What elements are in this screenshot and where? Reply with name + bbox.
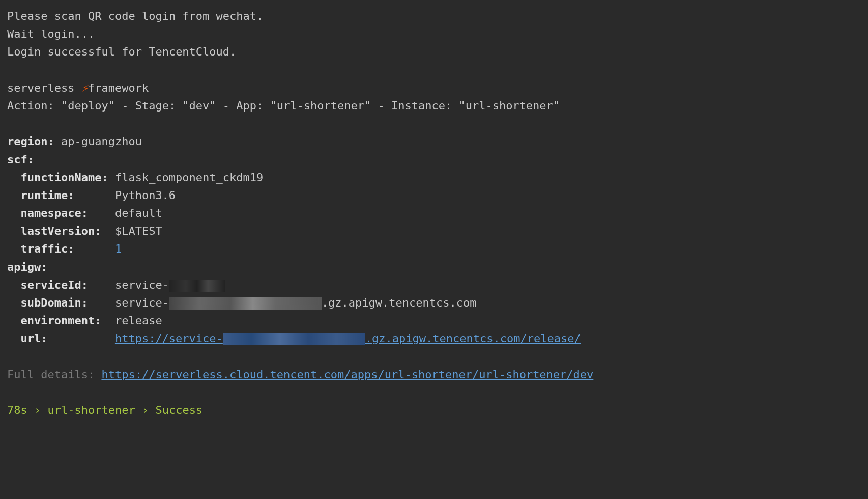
full-details-label: Full details: [7, 368, 101, 381]
region-key: region: [7, 135, 54, 148]
subdomain-prefix: service- [115, 296, 169, 309]
runtime-value: Python3.6 [115, 189, 176, 202]
status-result: Success [155, 404, 202, 417]
status-app: url-shortener [48, 404, 135, 417]
functionname-value: flask_component_ckdm19 [115, 171, 263, 184]
lastversion-value: $LATEST [115, 225, 162, 237]
login-line-3: Login successful for TencentCloud. [7, 45, 236, 58]
serviceid-prefix: service- [115, 279, 169, 291]
login-line-2: Wait login... [7, 27, 95, 40]
full-details-link[interactable]: https://serverless.cloud.tencent.com/app… [101, 368, 593, 381]
redacted-subdomain [169, 297, 322, 310]
status-line: 78s › url-shortener › Success [7, 404, 202, 417]
environment-value: release [115, 314, 162, 327]
redacted-url [223, 333, 365, 345]
scf-key: scf: [7, 153, 34, 166]
redacted-serviceid [169, 280, 225, 292]
apigw-url-link[interactable]: https://service-.gz.apigw.tencentcs.com/… [115, 332, 581, 345]
lastversion-key: lastVersion: [20, 222, 108, 240]
lightning-icon: ⚡ [81, 81, 88, 94]
terminal-output: Please scan QR code login from wechat. W… [7, 7, 861, 419]
runtime-key: runtime: [20, 186, 108, 204]
login-line-1: Please scan QR code login from wechat. [7, 10, 263, 22]
region-value: ap-guangzhou [54, 135, 142, 148]
functionname-key: functionName: [20, 169, 108, 186]
status-time: 78s [7, 404, 27, 417]
action-line: Action: "deploy" - Stage: "dev" - App: "… [7, 99, 560, 112]
url-key: url: [20, 329, 108, 347]
subdomain-key: subDomain: [20, 294, 108, 312]
subdomain-suffix: .gz.apigw.tencentcs.com [322, 296, 477, 309]
traffic-value: 1 [115, 242, 122, 255]
framework-banner: serverless ⚡framework [7, 81, 149, 94]
serviceid-key: serviceId: [20, 276, 108, 294]
apigw-key: apigw: [7, 261, 47, 273]
namespace-key: namespace: [20, 204, 108, 222]
traffic-key: traffic: [20, 240, 108, 258]
namespace-value: default [115, 207, 162, 219]
environment-key: environment: [20, 312, 108, 329]
